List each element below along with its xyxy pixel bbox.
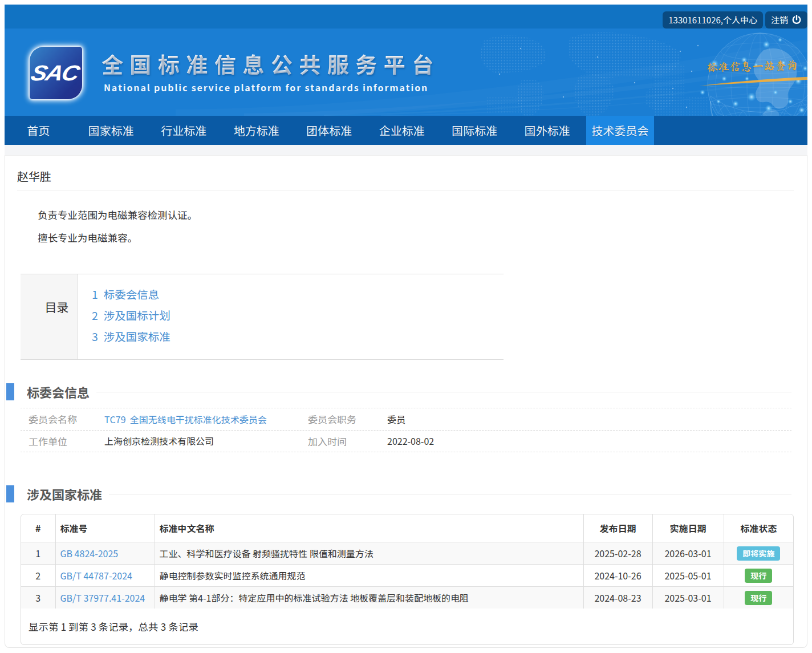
table-cell: 2025-02-28	[583, 542, 652, 564]
column-header: #	[21, 514, 55, 542]
table-cell: 2024-08-23	[583, 586, 652, 609]
nav-item[interactable]: 国际标准	[441, 116, 509, 145]
table-cell: 工业、科学和医疗设备 射频骚扰特性 限值和测量方法	[155, 542, 583, 564]
site-title: 全国标准信息公共服务平台	[102, 48, 440, 79]
standard-code-cell: GB/T 37977.41-2024	[55, 586, 155, 609]
profile-paragraph: 负责专业范围为电磁兼容检测认证。	[38, 208, 790, 222]
column-header: 标准中文名称	[155, 514, 583, 542]
section-marker	[6, 383, 14, 400]
field-label: 委员会职务	[300, 412, 387, 426]
user-actions: 13301611026,个人中心 注销	[660, 11, 807, 29]
table-cell: 2026-03-01	[652, 542, 724, 564]
toc-item: 2涉及国标计划	[92, 307, 170, 323]
table-cell: 3	[21, 586, 55, 609]
table-cell: 静电学 第4-1部分：特定应用中的标准试验方法 地板覆盖层和装配地板的电阻	[155, 586, 583, 609]
nav-list: 首页国家标准行业标准地方标准团体标准企业标准国际标准国外标准技术委员会	[5, 116, 807, 145]
logout-label: 注销	[771, 11, 788, 29]
table-row: 1GB 4824-2025工业、科学和医疗设备 射频骚扰特性 限值和测量方法20…	[21, 542, 793, 564]
toc-item-number: 2	[92, 307, 98, 323]
standard-code-cell: GB/T 44787-2024	[55, 564, 155, 586]
section-title: 涉及国家标准	[27, 485, 102, 503]
committee-info-row: 工作单位上海创京检测技术有限公司加入时间2022-08-02	[21, 431, 791, 453]
status-cell: 即将实施	[724, 542, 793, 564]
table-row: 2GB/T 44787-2024静电控制参数实时监控系统通用规范2024-10-…	[21, 564, 793, 586]
page-title: 赵华胜	[17, 156, 794, 190]
standard-code-cell: GB 4824-2025	[55, 542, 155, 564]
committee-link[interactable]: TC79 全国无线电干扰标准化技术委员会	[104, 412, 267, 426]
committee-info-list: 委员会名称TC79 全国无线电干扰标准化技术委员会委员会职务委员工作单位上海创京…	[21, 408, 791, 452]
field-value: 委员	[387, 412, 791, 426]
section-title: 标委会信息	[27, 383, 90, 401]
standard-code-link[interactable]: GB/T 37977.41-2024	[60, 591, 145, 605]
account-label: 13301611026,个人中心	[668, 11, 757, 29]
toc-item-link[interactable]: 标委会信息	[104, 286, 160, 302]
standard-code-link[interactable]: GB/T 44787-2024	[60, 569, 132, 582]
content-gap	[5, 145, 807, 155]
table-cell: 2025-03-01	[652, 586, 724, 609]
site-subtitle: National public service platform for sta…	[104, 80, 428, 94]
sac-logo-text: SAC	[29, 61, 84, 86]
profile-paragraph: 擅长专业为电磁兼容。	[38, 230, 790, 245]
nav-item[interactable]: 地方标准	[223, 116, 291, 145]
toc-item: 3涉及国家标准	[92, 328, 170, 344]
toc-box: 目录 1标委会信息2涉及国标计划3涉及国家标准	[21, 274, 504, 360]
table-cell: 2025-05-01	[652, 564, 724, 586]
content-panel: 赵华胜 负责专业范围为电磁兼容检测认证。 擅长专业为电磁兼容。 目录 1标委会信…	[5, 155, 807, 648]
table-cell: 静电控制参数实时监控系统通用规范	[155, 564, 583, 586]
field-label: 工作单位	[21, 434, 104, 448]
table-cell: 1	[21, 542, 55, 564]
power-icon	[791, 15, 802, 25]
nav-item-active[interactable]: 技术委员会	[586, 116, 654, 145]
status-cell: 现行	[724, 564, 793, 586]
committee-info-row: 委员会名称TC79 全国无线电干扰标准化技术委员会委员会职务委员	[21, 408, 791, 431]
section-marker	[6, 485, 14, 502]
column-header: 标准号	[55, 514, 155, 542]
toc-item: 1标委会信息	[92, 286, 170, 302]
section-rule	[109, 494, 791, 494]
status-badge: 现行	[745, 591, 772, 605]
column-header: 发布日期	[583, 514, 652, 542]
standards-table: #标准号标准中文名称发布日期实施日期标准状态 1GB 4824-2025工业、科…	[21, 514, 793, 609]
table-cell: 2	[21, 564, 55, 586]
field-value: TC79 全国无线电干扰标准化技术委员会	[104, 412, 300, 426]
section-header-committee: 标委会信息	[5, 383, 807, 401]
section-header-standards: 涉及国家标准	[5, 485, 807, 503]
main-nav: 首页国家标准行业标准地方标准团体标准企业标准国际标准国外标准技术委员会	[5, 116, 807, 145]
column-header: 实施日期	[652, 514, 724, 542]
field-value: 2022-08-02	[387, 434, 791, 448]
pagination-summary: 显示第 1 到第 3 条记录，总共 3 条记录	[21, 609, 793, 644]
logout-button[interactable]: 注销	[765, 11, 807, 29]
toc-item-number: 1	[92, 286, 98, 302]
site: 13301611026,个人中心 注销 SAC 全国标准信息公共服务平台 Nat…	[5, 5, 807, 648]
nav-item[interactable]: 企业标准	[368, 116, 436, 145]
table-row: 3GB/T 37977.41-2024静电学 第4-1部分：特定应用中的标准试验…	[21, 586, 793, 609]
sac-logo: SAC	[30, 47, 82, 99]
toc-item-number: 3	[92, 328, 98, 344]
standards-table-body: 1GB 4824-2025工业、科学和医疗设备 射频骚扰特性 限值和测量方法20…	[21, 542, 793, 609]
column-header: 标准状态	[724, 514, 793, 542]
site-banner: SAC 全国标准信息公共服务平台 National public service…	[5, 29, 807, 116]
status-badge: 现行	[745, 569, 772, 583]
toc-label: 目录	[21, 274, 78, 359]
toc-item-link[interactable]: 涉及国家标准	[104, 328, 170, 344]
field-label: 加入时间	[300, 434, 387, 448]
status-cell: 现行	[724, 586, 793, 609]
nav-item[interactable]: 行业标准	[150, 116, 218, 145]
toc-item-link[interactable]: 涉及国标计划	[104, 307, 170, 323]
standards-table-wrap: #标准号标准中文名称发布日期实施日期标准状态 1GB 4824-2025工业、科…	[21, 514, 794, 645]
table-cell: 2024-10-26	[583, 564, 652, 586]
account-button[interactable]: 13301611026,个人中心	[663, 11, 763, 29]
nav-item[interactable]: 国家标准	[78, 116, 145, 145]
field-label: 委员会名称	[21, 412, 104, 426]
nav-item[interactable]: 首页	[5, 116, 72, 145]
section-rule	[96, 392, 791, 392]
toc-list: 1标委会信息2涉及国标计划3涉及国家标准	[78, 274, 170, 359]
top-user-bar: 13301611026,个人中心 注销	[5, 5, 807, 29]
standards-table-header-row: #标准号标准中文名称发布日期实施日期标准状态	[21, 514, 793, 542]
standard-code-link[interactable]: GB 4824-2025	[60, 546, 119, 560]
nav-item[interactable]: 国外标准	[514, 116, 582, 145]
status-badge: 即将实施	[737, 546, 780, 561]
nav-item[interactable]: 团体标准	[295, 116, 363, 145]
field-value: 上海创京检测技术有限公司	[104, 434, 300, 448]
